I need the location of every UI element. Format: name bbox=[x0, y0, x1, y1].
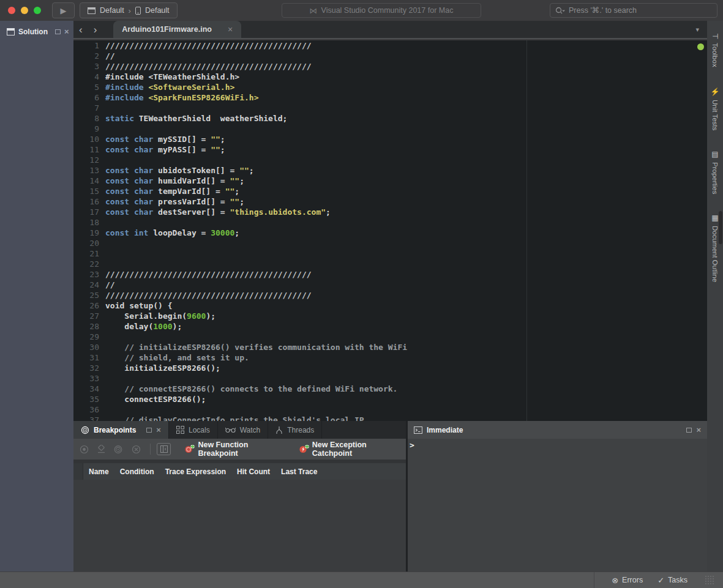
editor-tab-active[interactable]: Arduino101Firmware.ino × bbox=[113, 21, 241, 38]
close-panel-button[interactable]: × bbox=[696, 427, 701, 433]
dock-panel-button[interactable] bbox=[55, 29, 61, 34]
immediate-input-area[interactable]: > bbox=[408, 439, 707, 571]
titlebar: ▶ Default › Default ⋈ Visual Studio Comm… bbox=[0, 0, 723, 21]
dock-icon bbox=[686, 428, 692, 433]
new-function-breakpoint-label: New Function Breakpoint bbox=[198, 441, 287, 458]
locals-icon bbox=[176, 426, 184, 434]
line-number: 9 bbox=[73, 124, 105, 134]
code-segment: pressVarId[] = bbox=[153, 197, 230, 206]
threads-icon bbox=[275, 426, 283, 434]
tasks-check-icon: ✓ bbox=[657, 576, 664, 585]
new-function-breakpoint-button[interactable]: New Function Breakpoint bbox=[184, 441, 287, 458]
code-segment: // connectESP8266() connects to the defi… bbox=[105, 384, 397, 393]
code-segment: ; bbox=[220, 145, 225, 154]
code-segment: const char bbox=[105, 207, 153, 217]
dock-panel-button[interactable] bbox=[686, 426, 692, 434]
code-segment: ; bbox=[234, 228, 239, 237]
remove-all-breakpoints-button[interactable] bbox=[132, 445, 141, 454]
code-segment: const char bbox=[105, 166, 153, 175]
clear-breakpoint-button[interactable] bbox=[97, 445, 106, 453]
code-segment: "things.ubidots.com" bbox=[230, 207, 326, 217]
close-window-button[interactable] bbox=[8, 7, 15, 14]
code-line: 32 initializeESP8266(); bbox=[73, 363, 707, 373]
play-icon: ▶ bbox=[61, 6, 67, 15]
code-line: 16const char pressVarId[] = ""; bbox=[73, 196, 707, 207]
bottom-tab-locals[interactable]: Locals bbox=[169, 421, 218, 439]
search-input[interactable] bbox=[569, 6, 712, 15]
close-icon[interactable]: × bbox=[156, 427, 161, 433]
new-exception-catchpoint-button[interactable]: New Exception Catchpoint bbox=[299, 441, 406, 458]
code-segment: "" bbox=[225, 187, 235, 196]
code-line: 10const char mySSID[] = ""; bbox=[73, 134, 707, 144]
new-breakpoint-button[interactable] bbox=[80, 445, 89, 454]
disable-all-breakpoints-button[interactable] bbox=[114, 445, 124, 454]
code-segment: tempVarId[] = bbox=[153, 187, 225, 196]
column-header-condition[interactable]: Condition bbox=[114, 467, 160, 476]
code-line: 8static TEWeatherShield weatherShield; bbox=[73, 113, 707, 124]
bottom-panels: Breakpoints×LocalsWatchThreads bbox=[73, 421, 707, 571]
line-number: 5 bbox=[73, 82, 105, 92]
solution-panel-title: Solution bbox=[18, 28, 48, 36]
bottom-tab-breakpoints[interactable]: Breakpoints× bbox=[73, 421, 169, 439]
code-editor[interactable]: 1///////////////////////////////////////… bbox=[73, 40, 707, 421]
rail-tab-toolbox[interactable]: ⊤Toolbox bbox=[711, 33, 719, 67]
code-segment: const char bbox=[105, 176, 153, 185]
breakpoint-marker-column bbox=[73, 463, 83, 480]
unit-tests-icon: ⚡ bbox=[711, 87, 719, 96]
bottom-tab-watch[interactable]: Watch bbox=[218, 421, 269, 439]
navigate-forward-button[interactable]: › bbox=[88, 22, 103, 38]
zoom-window-button[interactable] bbox=[34, 7, 41, 14]
breakpoints-list[interactable] bbox=[73, 480, 406, 571]
code-line: 3///////////////////////////////////////… bbox=[73, 61, 707, 72]
editor-tabstrip: ‹ › Arduino101Firmware.ino × ▾ bbox=[73, 21, 707, 39]
code-line: 31 // shield, and sets it up. bbox=[73, 352, 707, 363]
column-header-trace-expression[interactable]: Trace Expression bbox=[160, 467, 231, 476]
immediate-icon bbox=[414, 426, 422, 434]
global-search[interactable] bbox=[550, 3, 717, 18]
close-tab-icon[interactable]: × bbox=[228, 24, 233, 34]
tab-list-dropdown[interactable]: ▾ bbox=[695, 26, 699, 34]
run-configuration-selector[interactable]: Default › Default bbox=[80, 2, 178, 18]
code-line: 29 bbox=[73, 332, 707, 342]
close-panel-button[interactable]: × bbox=[64, 29, 69, 35]
run-button[interactable]: ▶ bbox=[52, 2, 75, 18]
rail-tab-unit-tests[interactable]: ⚡Unit Tests bbox=[711, 87, 719, 130]
rail-tab-document-outline[interactable]: ▦Document Outline bbox=[711, 214, 719, 282]
line-number: 29 bbox=[73, 332, 105, 342]
code-segment: myPASS[] = bbox=[153, 145, 211, 154]
tasks-button[interactable]: ✓ Tasks bbox=[657, 576, 687, 585]
code-segment: TEWeatherShield weatherShield; bbox=[134, 114, 287, 123]
code-segment: #include bbox=[105, 83, 144, 92]
navigate-back-button[interactable]: ‹ bbox=[73, 22, 88, 38]
code-segment: 9600 bbox=[187, 311, 206, 321]
solution-icon bbox=[7, 28, 15, 35]
code-line: 6#include <SparkFunESP8266WiFi.h> bbox=[73, 92, 707, 103]
rail-tab-properties[interactable]: ▤Properties bbox=[711, 150, 719, 194]
rail-scrollbar-thumb[interactable] bbox=[719, 211, 722, 244]
column-header-hit-count[interactable]: Hit Count bbox=[231, 467, 275, 476]
line-number: 15 bbox=[73, 186, 105, 196]
code-segment: loopDelay = bbox=[148, 228, 211, 237]
rail-tab-label: Toolbox bbox=[711, 43, 719, 67]
code-segment: Serial.begin( bbox=[105, 311, 187, 321]
device-label: Default bbox=[145, 6, 170, 15]
line-content: // initializeESP8266() verifies communic… bbox=[105, 342, 407, 352]
toolbar-separator bbox=[150, 444, 151, 455]
columns-options-button[interactable] bbox=[157, 443, 171, 455]
code-line: 26void setup() { bbox=[73, 300, 707, 311]
errors-button[interactable]: ⊗ Errors bbox=[612, 576, 643, 585]
column-header-last-trace[interactable]: Last Trace bbox=[275, 467, 323, 476]
column-header-name[interactable]: Name bbox=[83, 467, 114, 476]
resize-grip[interactable] bbox=[705, 575, 714, 585]
breakpoints-column-headers: NameConditionTrace ExpressionHit CountLa… bbox=[73, 463, 406, 480]
code-segment: ; bbox=[326, 207, 331, 217]
code-line: 21 bbox=[73, 248, 707, 259]
code-segment: #include <TEWeatherShield.h> bbox=[105, 72, 239, 81]
statusbar: ⊗ Errors ✓ Tasks bbox=[0, 571, 723, 588]
bottom-tab-threads[interactable]: Threads bbox=[268, 421, 322, 439]
line-content: ////////////////////////////////////////… bbox=[105, 269, 312, 280]
code-segment: 30000 bbox=[211, 228, 234, 237]
new-exception-catchpoint-label: New Exception Catchpoint bbox=[312, 441, 406, 458]
dock-icon[interactable] bbox=[146, 428, 152, 433]
minimize-window-button[interactable] bbox=[21, 7, 28, 14]
